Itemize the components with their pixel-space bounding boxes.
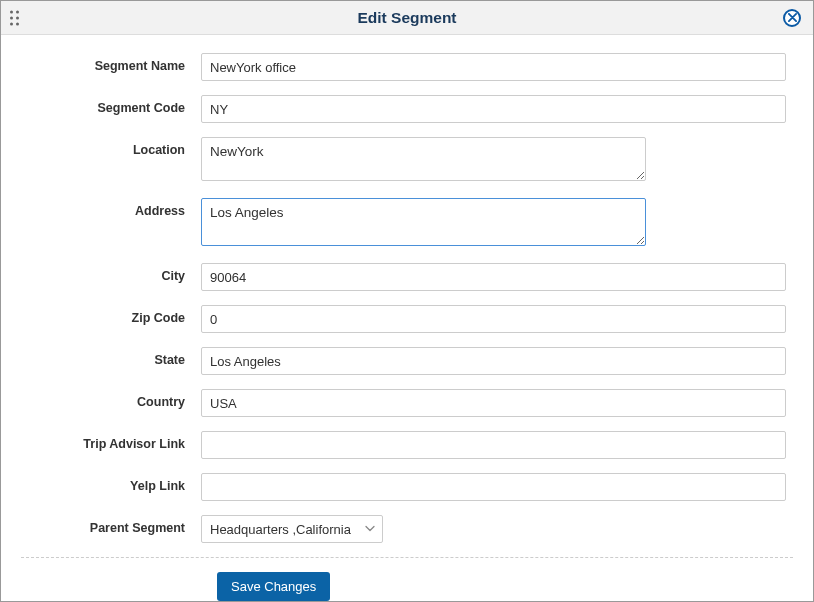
modal-title: Edit Segment bbox=[357, 9, 456, 27]
parent-segment-select[interactable] bbox=[201, 515, 383, 543]
location-textarea[interactable] bbox=[201, 137, 646, 181]
label-trip-advisor-link: Trip Advisor Link bbox=[21, 431, 201, 451]
drag-handle-icon[interactable] bbox=[10, 10, 19, 25]
label-yelp-link: Yelp Link bbox=[21, 473, 201, 493]
trip-advisor-link-input[interactable] bbox=[201, 431, 786, 459]
label-city: City bbox=[21, 263, 201, 283]
form-body: Segment Name Segment Code Location Addre… bbox=[1, 35, 813, 601]
yelp-link-input[interactable] bbox=[201, 473, 786, 501]
parent-segment-value[interactable] bbox=[201, 515, 383, 543]
state-input[interactable] bbox=[201, 347, 786, 375]
label-state: State bbox=[21, 347, 201, 367]
save-button[interactable]: Save Changes bbox=[217, 572, 330, 601]
modal-header: Edit Segment bbox=[1, 1, 813, 35]
close-icon[interactable] bbox=[783, 9, 801, 27]
divider bbox=[21, 557, 793, 558]
label-zip-code: Zip Code bbox=[21, 305, 201, 325]
city-input[interactable] bbox=[201, 263, 786, 291]
segment-name-input[interactable] bbox=[201, 53, 786, 81]
label-segment-code: Segment Code bbox=[21, 95, 201, 115]
segment-code-input[interactable] bbox=[201, 95, 786, 123]
label-address: Address bbox=[21, 198, 201, 218]
label-parent-segment: Parent Segment bbox=[21, 515, 201, 535]
zip-code-input[interactable] bbox=[201, 305, 786, 333]
label-country: Country bbox=[21, 389, 201, 409]
label-segment-name: Segment Name bbox=[21, 53, 201, 73]
country-input[interactable] bbox=[201, 389, 786, 417]
label-location: Location bbox=[21, 137, 201, 157]
address-textarea[interactable] bbox=[201, 198, 646, 246]
